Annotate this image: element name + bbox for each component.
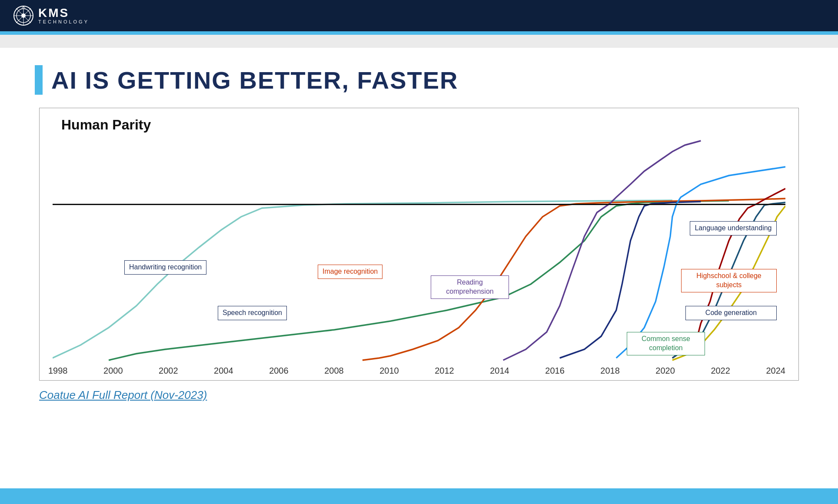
language-line: [616, 167, 785, 358]
handwriting-label: Handwriting recognition: [124, 260, 206, 275]
code-label: Code generation: [685, 306, 777, 320]
speech-label: Speech recognition: [218, 306, 287, 320]
logo-tech-text: TECHNOLOGY: [38, 19, 89, 24]
logo-area: KMS TECHNOLOGY: [13, 5, 89, 26]
x-label-2002: 2002: [159, 366, 178, 376]
page-title: AI IS GETTING BETTER, FASTER: [51, 66, 459, 94]
x-label-2024: 2024: [766, 366, 785, 376]
logo-text: KMS TECHNOLOGY: [38, 7, 89, 24]
x-label-2006: 2006: [269, 366, 289, 376]
x-label-2012: 2012: [435, 366, 454, 376]
handwriting-line: [53, 200, 672, 358]
purple-line: [503, 141, 701, 360]
x-label-2018: 2018: [600, 366, 620, 376]
human-parity-line: [53, 204, 785, 205]
bottom-blue-stripe: [0, 488, 838, 504]
kms-logo-icon: [13, 5, 34, 26]
x-label-2000: 2000: [103, 366, 123, 376]
chart-human-parity-title: Human Parity: [48, 117, 785, 133]
x-axis: 1998 2000 2002 2004 2006 2008 2010 2012 …: [48, 362, 785, 376]
x-label-2022: 2022: [711, 366, 730, 376]
logo-kms-text: KMS: [38, 7, 89, 19]
x-label-2010: 2010: [379, 366, 399, 376]
highschool-label: Highschool & college subjects: [681, 269, 777, 292]
x-label-2008: 2008: [324, 366, 344, 376]
source-section: Coatue AI Full Report (Nov-2023): [35, 381, 803, 406]
x-label-2014: 2014: [490, 366, 509, 376]
language-label: Language understanding: [690, 221, 777, 235]
common-sense-label: Common sense completion: [627, 332, 705, 355]
x-label-2020: 2020: [655, 366, 675, 376]
main-content: AI IS GETTING BETTER, FASTER Human Parit…: [0, 48, 838, 415]
svg-point-6: [21, 13, 26, 18]
reading-label: Reading comprehension: [431, 275, 509, 299]
chart-svg: [53, 136, 785, 362]
title-accent-bar: [35, 65, 43, 95]
chart-area: Handwriting recognition Speech recogniti…: [53, 136, 785, 362]
source-link[interactable]: Coatue AI Full Report (Nov-2023): [39, 388, 207, 401]
x-label-2016: 2016: [545, 366, 565, 376]
gray-band: [0, 35, 838, 48]
x-label-1998: 1998: [48, 366, 68, 376]
chart-container: Human Parity: [39, 108, 799, 381]
title-section: AI IS GETTING BETTER, FASTER: [35, 65, 803, 95]
x-label-2004: 2004: [214, 366, 233, 376]
top-blue-stripe: [0, 31, 838, 35]
header: KMS TECHNOLOGY: [0, 0, 838, 31]
image-label: Image recognition: [318, 265, 382, 279]
